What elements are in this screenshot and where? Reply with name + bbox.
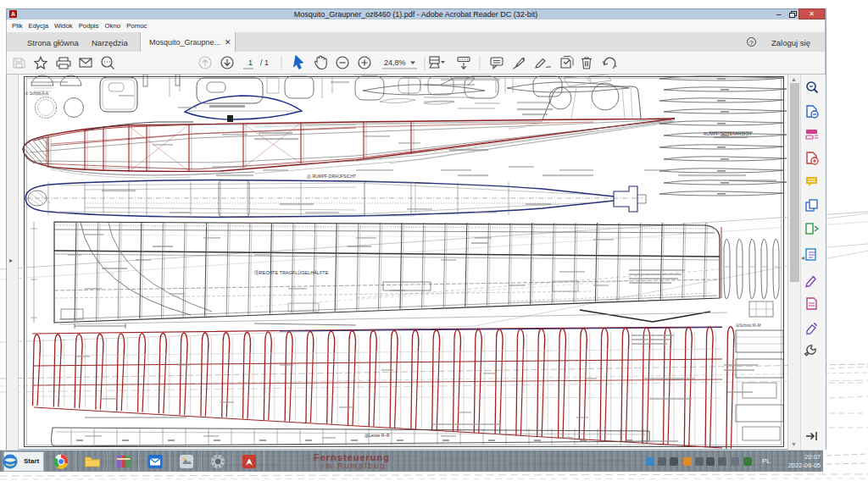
svg-text:ⒷRECHTE TRAGFLÜGELHÄLFTE: ⒷRECHTE TRAGFLÜGELHÄLFTE <box>254 270 329 275</box>
svg-text:/ 1: / 1 <box>260 58 269 67</box>
svg-text:1: 1 <box>248 58 253 67</box>
svg-text:ⒷSchnitt M–M: ⒷSchnitt M–M <box>736 323 761 328</box>
svg-text:Ⓐ RUMPF-DRAUFSICHT: Ⓐ RUMPF-DRAUFSICHT <box>307 174 356 179</box>
svg-text:ⒷLeiste R–R: ⒷLeiste R–R <box>364 433 390 438</box>
svg-text:24,8%: 24,8% <box>384 58 406 67</box>
